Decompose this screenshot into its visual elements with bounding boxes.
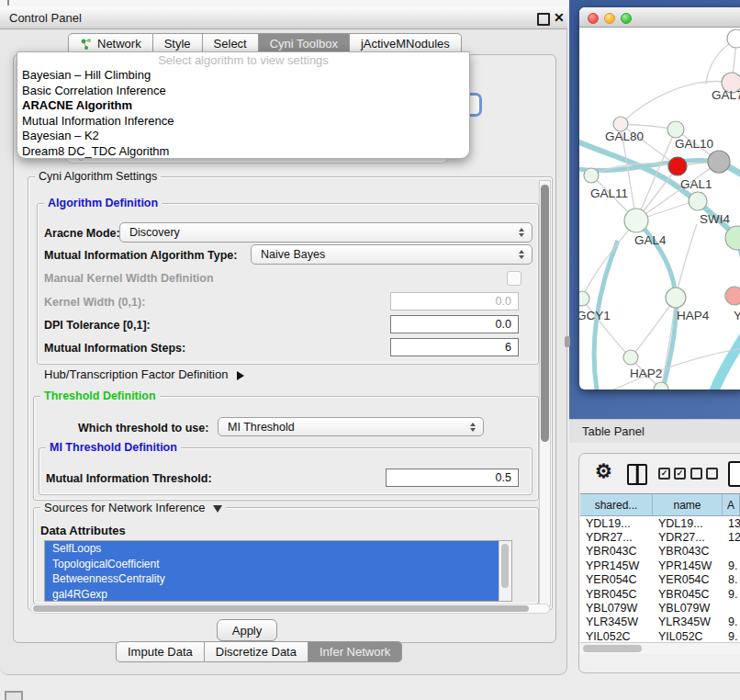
mi-steps-label: Mutual Information Steps:	[44, 342, 185, 355]
table-row[interactable]: YDR27...YDR27...12	[580, 530, 740, 544]
list-item[interactable]: BetweennessCentrality	[45, 571, 511, 587]
network-window[interactable]: GAL7GAL80GAL10GAL1GAL11SWI4GAL4GCY1HAP4Y…	[579, 7, 740, 390]
kernel-width-field[interactable]: 0.0	[390, 292, 519, 310]
table-row[interactable]: YER054CYER054C8.	[580, 573, 740, 587]
close-traffic-light-icon[interactable]	[588, 13, 599, 24]
float-window-icon[interactable]	[537, 13, 550, 26]
hub-definition-expander[interactable]: Hub/Transcription Factor Definition	[44, 367, 244, 381]
node-unlabeled-top[interactable]	[727, 29, 740, 48]
node-gray[interactable]	[708, 151, 730, 173]
table-cell[interactable]: 9.	[723, 629, 740, 642]
close-icon[interactable]: ✕	[554, 10, 565, 25]
node-GCY1[interactable]	[579, 291, 589, 306]
dropdown-item[interactable]: Mutual Information Inference	[17, 114, 469, 130]
table-cell[interactable]: YIL052C	[580, 629, 653, 642]
node-red[interactable]	[668, 157, 687, 175]
node-GAL10[interactable]	[667, 121, 684, 138]
list-item[interactable]: gal4RGexp	[45, 587, 511, 603]
network-edge[interactable]	[676, 224, 697, 298]
table-cell[interactable]	[723, 601, 740, 615]
table-cell[interactable]: YBR043C	[580, 545, 653, 559]
table-cell[interactable]: YDR27...	[580, 530, 653, 544]
node-HAP2[interactable]	[623, 350, 638, 365]
minimized-panel-icon[interactable]	[5, 691, 23, 700]
dropdown-item[interactable]: Dream8 DC_TDC Algorithm	[17, 144, 469, 160]
sources-group-label[interactable]: Sources for Network Inference	[40, 501, 226, 514]
aracne-mode-select[interactable]: Discovery	[119, 222, 533, 243]
apply-button[interactable]: Apply	[217, 619, 277, 641]
minimize-traffic-light-icon[interactable]	[604, 13, 615, 24]
tab-impute-data[interactable]: Impute Data	[116, 641, 205, 662]
table-row[interactable]: YPR145WYPR145W9.	[580, 559, 740, 572]
table-row[interactable]: YBL079WYBL079W	[580, 601, 740, 615]
columns-icon[interactable]	[627, 464, 647, 485]
table-cell[interactable]: 9.	[723, 615, 740, 629]
list-vertical-scrollbar[interactable]	[499, 541, 511, 601]
table-cell[interactable]: YIL052C	[653, 629, 723, 642]
zoom-traffic-light-icon[interactable]	[621, 13, 632, 24]
table-row[interactable]: YBR043CYBR043C	[580, 545, 740, 559]
document-icon[interactable]	[728, 461, 740, 487]
network-canvas[interactable]: GAL7GAL80GAL10GAL1GAL11SWI4GAL4GCY1HAP4Y…	[579, 28, 740, 390]
dropdown-item[interactable]: Bayesian – K2	[17, 129, 469, 144]
node-GAL1[interactable]	[689, 192, 707, 210]
column-header-shared-name[interactable]: shared...	[580, 494, 653, 515]
network-edge[interactable]	[631, 298, 676, 357]
table-row[interactable]: YIL052CYIL052C9.	[580, 629, 740, 642]
settings-vertical-scrollbar[interactable]	[539, 180, 551, 606]
node-salmon[interactable]	[725, 287, 740, 305]
node-GAL11[interactable]	[584, 168, 599, 183]
table-row[interactable]: YBR045CYBR045C9.	[580, 587, 740, 601]
table-row[interactable]: YLR345WYLR345W9.	[580, 615, 740, 629]
table-cell[interactable]: YDL19...	[580, 516, 653, 530]
table-cell[interactable]: YER054C	[580, 573, 653, 587]
algorithm-dropdown: Select algorithm to view settings Bayesi…	[17, 51, 470, 159]
table-cell[interactable]: YBR045C	[653, 587, 723, 601]
table-cell[interactable]: 9.	[723, 559, 740, 572]
network-edge[interactable]	[582, 299, 631, 357]
panel-collapse-grip[interactable]	[565, 336, 570, 347]
table-cell[interactable]: YDR27...	[653, 530, 723, 544]
table-cell[interactable]: YBL079W	[580, 601, 653, 615]
table-cell[interactable]: YLR345W	[653, 615, 723, 629]
tab-infer-network[interactable]: Infer Network	[308, 641, 402, 662]
column-header-third[interactable]: A	[723, 494, 740, 515]
network-window-titlebar[interactable]	[579, 7, 740, 28]
dpi-tolerance-field[interactable]: 0.0	[390, 315, 519, 333]
list-item[interactable]: TopologicalCoefficient	[45, 557, 511, 572]
table-cell[interactable]: YER054C	[653, 573, 723, 587]
mi-threshold-field[interactable]: 0.5	[386, 469, 519, 487]
mi-steps-field[interactable]: 6	[390, 338, 519, 356]
table-cell[interactable]: YPR145W	[653, 559, 723, 572]
column-header-name[interactable]: name	[653, 494, 723, 515]
select-all-columns-icon[interactable]: ✓✓	[658, 468, 686, 480]
table-cell[interactable]: YBR043C	[653, 545, 723, 559]
gear-icon[interactable]: ⚙	[595, 461, 612, 480]
network-edge[interactable]	[711, 320, 740, 390]
table-cell[interactable]	[723, 545, 740, 559]
settings-horizontal-scrollbar[interactable]	[30, 604, 550, 614]
table-cell[interactable]: YBL079W	[653, 601, 723, 615]
dropdown-item-selected[interactable]: ARACNE Algorithm	[17, 98, 469, 114]
table-cell[interactable]: YBR045C	[580, 587, 653, 601]
list-item[interactable]: SelfLoops	[45, 541, 511, 557]
table-row[interactable]: YDL19...YDL19...13	[580, 516, 740, 530]
dropdown-item[interactable]: Bayesian – Hill Climbing	[17, 68, 469, 84]
table-cell[interactable]: YPR145W	[580, 559, 653, 572]
tab-discretize-data[interactable]: Discretize Data	[205, 641, 308, 662]
table-cell[interactable]: 9.	[723, 587, 740, 601]
node-HAP4[interactable]	[666, 288, 686, 308]
table-cell[interactable]: 12	[723, 530, 740, 544]
mi-algorithm-type-select[interactable]: Naive Bayes	[251, 244, 533, 265]
table-cell[interactable]: 13	[723, 516, 740, 530]
table-cell[interactable]: 8.	[723, 573, 740, 587]
table-horizontal-scrollbar[interactable]	[580, 642, 740, 654]
data-attributes-list[interactable]: SelfLoops TopologicalCoefficient Between…	[44, 540, 512, 602]
node-GAL4[interactable]	[624, 209, 648, 232]
dropdown-item[interactable]: Basic Correlation Inference	[17, 84, 469, 99]
which-threshold-select[interactable]: MI Threshold	[218, 417, 484, 436]
deselect-all-columns-icon[interactable]	[690, 468, 718, 480]
table-cell[interactable]: YDL19...	[653, 516, 723, 530]
table-cell[interactable]: YLR345W	[580, 615, 653, 629]
manual-kernel-width-checkbox[interactable]	[507, 271, 521, 286]
